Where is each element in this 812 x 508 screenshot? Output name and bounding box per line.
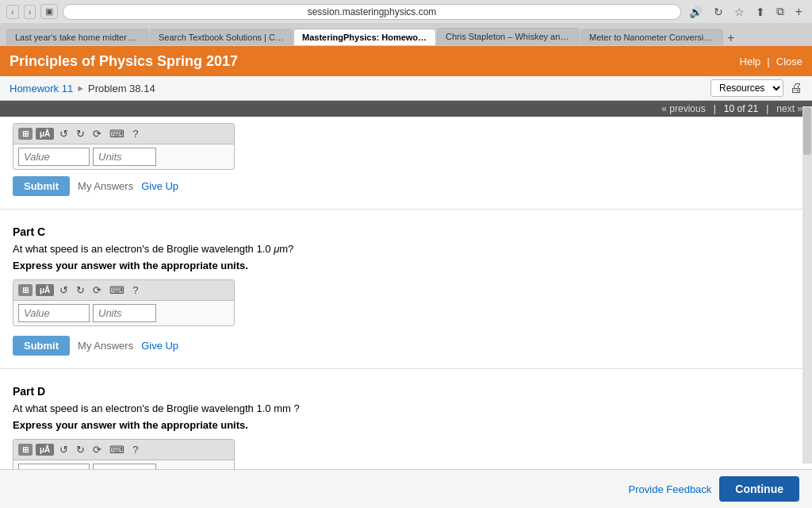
previous-link[interactable]: « previous — [661, 103, 705, 114]
bookmark-icon[interactable]: ☆ — [731, 4, 748, 20]
prev-undo-icon[interactable]: ↺ — [57, 127, 71, 140]
part-c-grid-icon[interactable]: ⊞ — [18, 284, 33, 296]
prev-my-answers: My Answers — [78, 180, 133, 192]
nav-bar: « previous | 10 of 21 | next » — [0, 101, 812, 117]
part-d-refresh-icon[interactable]: ⟳ — [90, 443, 104, 456]
resources-select[interactable]: Resources — [710, 79, 783, 97]
new-tab-button[interactable]: + — [792, 5, 806, 19]
browser-tabs: Last year's take home midterm – M_E... S… — [0, 23, 812, 45]
part-c-units-icon[interactable]: μÅ — [36, 284, 54, 296]
tab-0[interactable]: Last year's take home midterm – M_E... — [6, 29, 149, 45]
close-link[interactable]: Close — [776, 56, 802, 67]
prev-action-row: Submit My Answers Give Up — [0, 173, 812, 202]
header-divider: | — [767, 56, 769, 67]
part-c-header: Part C — [0, 216, 812, 241]
part-c-instruction: Express your answer with the appropriate… — [0, 258, 812, 276]
prev-help-icon[interactable]: ? — [130, 127, 140, 140]
prev-redo-icon[interactable]: ↻ — [74, 127, 87, 140]
prev-toolbar: ⊞ μÅ ↺ ↻ ⟳ ⌨ ? — [13, 124, 234, 144]
scrollbar-thumb[interactable] — [803, 107, 811, 155]
window-icon[interactable]: ⧉ — [773, 3, 787, 20]
homework-link[interactable]: Homework 11 — [10, 83, 73, 94]
part-d-undo-icon[interactable]: ↺ — [57, 443, 71, 456]
part-c-redo-icon[interactable]: ↻ — [74, 283, 87, 297]
next-link[interactable]: next » — [776, 103, 802, 114]
part-c-help-icon[interactable]: ? — [130, 283, 140, 297]
browser-chrome: ‹ › ▣ session.masteringphysics.com 🔊 ↻ ☆… — [0, 0, 812, 46]
tab-1[interactable]: Search Textbook Solutions | Chegg.com — [150, 29, 293, 45]
nav-count: 10 of 21 — [724, 103, 758, 114]
nav-divider2: | — [766, 103, 768, 114]
breadcrumb-current: Problem 38.14 — [88, 83, 155, 94]
part-c-answer-box: ⊞ μÅ ↺ ↻ ⟳ ⌨ ? — [13, 279, 235, 326]
tab-2[interactable]: MasteringPhysics: Homework 11 — [293, 29, 436, 45]
app-header: Principles of Physics Spring 2017 Help |… — [0, 46, 812, 76]
part-d-units-icon[interactable]: μÅ — [36, 444, 54, 456]
tab-view-button[interactable]: ▣ — [40, 4, 58, 19]
part-d-help-icon[interactable]: ? — [130, 443, 140, 456]
part-d-redo-icon[interactable]: ↻ — [74, 443, 87, 456]
prev-keyboard-icon[interactable]: ⌨ — [107, 127, 127, 140]
part-c-answer-fields — [13, 301, 234, 325]
part-c-units-input[interactable] — [93, 304, 156, 322]
prev-give-up-link[interactable]: Give Up — [141, 180, 178, 192]
main-content: ⊞ μÅ ↺ ↻ ⟳ ⌨ ? Submit My Answers Give Up… — [0, 117, 812, 498]
nav-divider: | — [714, 103, 716, 114]
add-tab-button[interactable]: + — [724, 31, 737, 45]
forward-button[interactable]: › — [24, 5, 36, 19]
prev-answer-fields — [13, 144, 234, 169]
breadcrumb-bar: Homework 11 ► Problem 38.14 Resources 🖨 — [0, 76, 812, 101]
part-c-undo-icon[interactable]: ↺ — [57, 283, 71, 297]
prev-units-input[interactable] — [93, 148, 156, 166]
divider-c — [0, 209, 812, 210]
part-c-keyboard-icon[interactable]: ⌨ — [107, 283, 127, 297]
part-d-instruction: Express your answer with the appropriate… — [0, 418, 812, 436]
header-links: Help | Close — [740, 56, 802, 67]
prev-grid-icon[interactable]: ⊞ — [18, 128, 33, 140]
tab-4[interactable]: Meter to Nanometer Conversion (m... — [580, 29, 723, 45]
part-d-header: Part D — [0, 375, 812, 401]
help-link[interactable]: Help — [740, 56, 761, 67]
breadcrumb-right: Resources 🖨 — [710, 79, 802, 97]
back-button[interactable]: ‹ — [6, 5, 19, 19]
prev-refresh-icon[interactable]: ⟳ — [90, 127, 104, 140]
app-title: Principles of Physics Spring 2017 — [10, 53, 238, 70]
part-d-toolbar: ⊞ μÅ ↺ ↻ ⟳ ⌨ ? — [13, 440, 234, 460]
url-bar[interactable]: session.masteringphysics.com — [63, 4, 680, 20]
part-c-action-row: Submit My Answers Give Up — [0, 333, 812, 362]
part-c-refresh-icon[interactable]: ⟳ — [90, 283, 104, 297]
prev-answer-box: ⊞ μÅ ↺ ↻ ⟳ ⌨ ? — [13, 123, 235, 170]
part-c-submit-button[interactable]: Submit — [13, 336, 70, 356]
breadcrumb: Homework 11 ► Problem 38.14 — [10, 83, 155, 94]
breadcrumb-arrow: ► — [76, 83, 85, 93]
part-c-give-up-link[interactable]: Give Up — [141, 340, 178, 352]
browser-toolbar: ‹ › ▣ session.masteringphysics.com 🔊 ↻ ☆… — [0, 0, 812, 23]
part-c-question: At what speed is an electron's de Brogli… — [0, 241, 812, 258]
share-icon[interactable]: ⬆ — [753, 4, 768, 20]
feedback-link[interactable]: Provide Feedback — [629, 483, 712, 495]
part-c-toolbar: ⊞ μÅ ↺ ↻ ⟳ ⌨ ? — [13, 280, 234, 301]
part-d-grid-icon[interactable]: ⊞ — [18, 444, 33, 456]
continue-button[interactable]: Continue — [719, 476, 799, 502]
bottom-bar: Provide Feedback Continue — [0, 469, 812, 508]
tab-3[interactable]: Chris Stapleton – Whiskey and Yo... 🔊 — [437, 28, 580, 45]
divider-d — [0, 368, 812, 369]
scrollbar-track[interactable] — [802, 106, 812, 464]
prev-units-icon[interactable]: μÅ — [36, 128, 54, 140]
prev-value-input[interactable] — [18, 148, 90, 166]
reload-icon[interactable]: ↻ — [710, 4, 726, 20]
part-c-my-answers: My Answers — [78, 340, 133, 352]
print-button[interactable]: 🖨 — [790, 81, 802, 95]
part-c-value-input[interactable] — [18, 304, 90, 322]
audio-icon[interactable]: 🔊 — [686, 4, 706, 20]
prev-submit-button[interactable]: Submit — [13, 176, 70, 196]
part-d-keyboard-icon[interactable]: ⌨ — [107, 443, 127, 456]
part-d-question: At what speed is an electron's de Brogli… — [0, 401, 812, 418]
